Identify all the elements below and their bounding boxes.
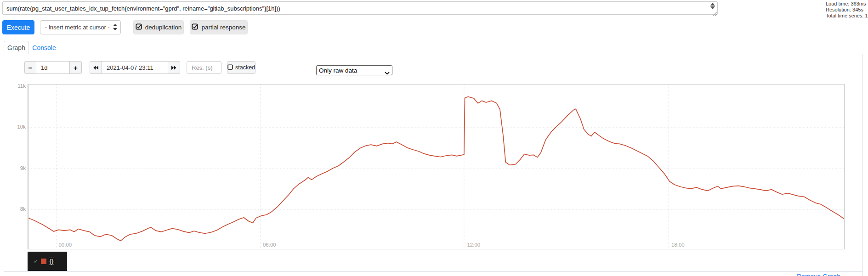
query-stepper[interactable] xyxy=(709,3,716,10)
x-axis-tick-label: 06:00 xyxy=(263,242,276,248)
unchecked-checkbox-icon xyxy=(227,64,233,71)
query-input[interactable]: sum(rate(pg_stat_user_tables_idx_tup_fet… xyxy=(2,1,718,15)
x-axis-tick-label: 00:00 xyxy=(58,242,72,248)
checked-checkbox-icon xyxy=(136,23,142,31)
execute-button[interactable]: Execute xyxy=(2,20,34,34)
partial-response-toggle[interactable]: partial response xyxy=(190,20,248,34)
deduplication-toggle[interactable]: deduplication xyxy=(133,20,184,34)
stacked-toggle[interactable]: stacked xyxy=(227,61,255,74)
textarea-resize-handle[interactable] xyxy=(711,10,717,14)
legend-item[interactable]: ✓ {} xyxy=(28,252,67,271)
rewind-icon xyxy=(93,65,99,70)
time-forward-button[interactable] xyxy=(168,61,180,74)
deduplication-label: deduplication xyxy=(145,24,182,31)
insert-metric-dropdown[interactable]: - insert metric at cursor - xyxy=(40,20,121,34)
range-increase-button[interactable]: + xyxy=(70,61,82,74)
resolution: Resolution: 345s xyxy=(826,7,868,13)
tab-console[interactable]: Console xyxy=(29,41,59,54)
time-back-button[interactable] xyxy=(90,61,102,74)
y-axis-tick-label: 9k xyxy=(0,165,26,171)
y-axis-labels: 8k9k10k11k xyxy=(0,84,26,249)
legend-check-icon: ✓ xyxy=(34,258,38,265)
datetime-input[interactable] xyxy=(102,61,168,74)
y-axis-tick-label: 8k xyxy=(0,206,26,212)
insert-metric-dropdown-wrap: - insert metric at cursor - xyxy=(40,20,121,34)
legend-color-swatch xyxy=(41,259,46,264)
stepper-down-icon[interactable] xyxy=(710,6,715,9)
checked-checkbox-icon xyxy=(192,23,198,31)
y-axis-tick-label: 10k xyxy=(0,124,26,130)
partial-response-label: partial response xyxy=(201,24,245,31)
x-axis-tick-label: 18:00 xyxy=(671,242,685,248)
display-mode-dropdown[interactable]: Only raw data xyxy=(316,65,392,75)
stacked-label: stacked xyxy=(235,64,255,71)
panel-border-stub xyxy=(862,272,863,276)
total-time-series: Total time series: 1 xyxy=(826,13,868,19)
load-time: Load time: 363ms xyxy=(826,1,868,7)
chart-svg xyxy=(28,84,844,249)
range-input[interactable] xyxy=(36,61,70,74)
fast-forward-icon xyxy=(171,65,177,70)
y-axis-tick-label: 11k xyxy=(0,83,26,89)
tab-graph[interactable]: Graph xyxy=(4,41,29,54)
chart-plot-area[interactable]: 00:0006:0012:0018:00 xyxy=(28,84,845,249)
query-stats: Load time: 363ms Resolution: 345s Total … xyxy=(826,1,868,19)
legend-series-label: {} xyxy=(49,258,54,265)
expression-browser: sum(rate(pg_stat_user_tables_idx_tup_fet… xyxy=(0,0,868,276)
resolution-input[interactable] xyxy=(187,61,221,74)
stepper-up-icon[interactable] xyxy=(710,3,715,6)
display-mode-dropdown-wrap: Only raw data xyxy=(316,65,392,75)
remove-graph-link[interactable]: Remove Graph xyxy=(797,273,840,276)
range-decrease-button[interactable]: − xyxy=(24,61,36,74)
x-axis-tick-label: 12:00 xyxy=(467,242,480,248)
